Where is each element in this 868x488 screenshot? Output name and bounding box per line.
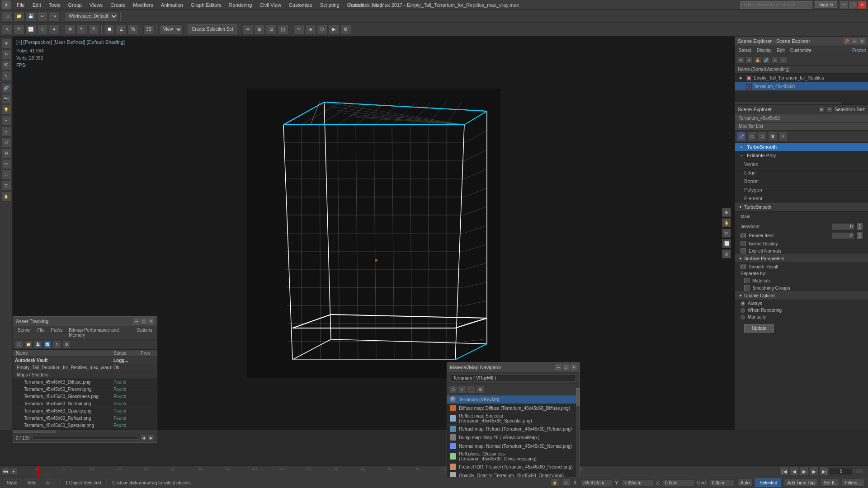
select-name-btn[interactable]: H xyxy=(14,24,24,34)
lt-helper-btn[interactable]: + xyxy=(1,116,11,126)
tl-prev-btn[interactable]: ◀◀ xyxy=(2,468,9,475)
prev-frame-btn[interactable]: ◀ xyxy=(790,467,799,476)
lt-link-btn[interactable]: 🔗 xyxy=(1,83,11,93)
timeline-playhead[interactable] xyxy=(38,466,39,477)
asset-menu-bitmap[interactable]: Bitmap Performance and Memory xyxy=(66,327,133,338)
scene-explorer-min-btn[interactable]: ─ xyxy=(851,38,858,44)
menu-file[interactable]: File xyxy=(13,1,28,9)
asset-close-btn[interactable]: ✕ xyxy=(148,318,154,324)
scene-explorer-close-btn[interactable]: ✕ xyxy=(859,38,865,44)
array-btn[interactable]: ⊡ xyxy=(266,24,277,34)
asset-row-opacity[interactable]: Terrarium_45x45x60_Opacity.png Found xyxy=(13,408,157,415)
mirror-btn[interactable]: ⇔ xyxy=(242,24,253,34)
asset-menu-paths[interactable]: Paths xyxy=(48,327,66,338)
asset-menu-options[interactable]: Options xyxy=(134,327,155,338)
timeline-track[interactable]: 0 5 10 15 20 25 30 35 40 45 50 55 60 65 … xyxy=(36,466,778,477)
material-editor-btn[interactable]: ⬡ xyxy=(317,24,328,34)
go-start-btn[interactable]: |◀ xyxy=(780,467,789,476)
search-input[interactable] xyxy=(740,1,812,9)
materials-checkbox[interactable] xyxy=(744,278,750,283)
mat-nav-min-btn[interactable]: ─ xyxy=(555,364,561,371)
si-expand-btn[interactable]: + xyxy=(771,56,778,64)
mat-row-vrayml[interactable]: Terrarium (VRayMtl) xyxy=(447,395,580,404)
3d-snap-btn[interactable]: 3S xyxy=(143,24,154,34)
sets-label[interactable]: Sets xyxy=(24,479,39,486)
lt-particles-btn[interactable]: ∴ xyxy=(1,170,11,180)
state-label[interactable]: State xyxy=(4,479,20,486)
asset-row-diffuse[interactable]: Terrarium_45x45x60_Diffuse.png Found xyxy=(13,379,157,386)
menu-create[interactable]: Create xyxy=(107,1,129,9)
rect-select-btn[interactable]: ⬜ xyxy=(25,24,36,34)
menu-animation[interactable]: Animation xyxy=(157,1,187,9)
maximize-button[interactable]: □ xyxy=(849,1,857,9)
asset-active-btn[interactable]: 🔄 xyxy=(43,340,52,348)
mat-row-normal[interactable]: Normal map: Normal (Terrarium_45x45x60_N… xyxy=(447,442,580,450)
update-options-header[interactable]: ▼ Update Options xyxy=(735,291,868,300)
scene-explorer-pin-btn[interactable]: 📌 xyxy=(844,38,850,44)
render-iters-input[interactable] xyxy=(832,232,854,239)
mat-nav-close-btn[interactable]: ✕ xyxy=(571,364,577,371)
asset-tracking-titlebar[interactable]: Asset Tracking ─ □ ✕ xyxy=(13,317,157,326)
render-settings-btn[interactable]: ⚙ xyxy=(340,24,351,34)
asset-menu-file[interactable]: File xyxy=(34,327,47,338)
menu-tools[interactable]: Tools xyxy=(45,1,64,9)
lt-space-warp-btn[interactable]: 〜 xyxy=(1,159,11,169)
view-dropdown[interactable]: View xyxy=(159,24,183,34)
asset-row-specular[interactable]: Terrarium_45x45x60_Specular.png Found xyxy=(13,422,157,429)
move-btn[interactable]: ✥ xyxy=(65,24,75,34)
si-lock-btn[interactable]: 🔒 xyxy=(754,56,761,64)
vp-zoom-btn[interactable]: ⊕ xyxy=(722,208,731,217)
close-button[interactable]: ✕ xyxy=(858,1,866,9)
mat-nav-settings-btn[interactable]: ⚙ xyxy=(476,385,484,394)
open-button[interactable]: 📁 xyxy=(14,11,24,21)
mat-row-bump[interactable]: Bump map: Map #6 ( VRayNormalMap ) xyxy=(447,433,580,442)
menu-civil-view[interactable]: Civil View xyxy=(256,1,284,9)
asset-row-fresnel[interactable]: Terrarium_45x45x60_Fresnel.png Found xyxy=(13,386,157,393)
scene-item-terrarium-group[interactable]: ▶ ▣ Empty_Tall_Terrarium_for_Reptiles xyxy=(735,74,868,82)
mat-row-diffuse[interactable]: Diffuse map: Diffuse (Terrarium_45x45x60… xyxy=(447,404,580,413)
asset-settings-btn[interactable]: ⚙ xyxy=(62,340,71,348)
mat-nav-search-input[interactable] xyxy=(451,374,576,382)
mat-row-fresnel[interactable]: Fresnel IOR: Fresnel (Terrarium_45x45x60… xyxy=(447,463,580,471)
manually-radio[interactable] xyxy=(741,315,745,319)
mat-row-reflect[interactable]: Reflect map: Specular (Terrarium_45x45x6… xyxy=(447,413,580,425)
new-button[interactable]: □ xyxy=(2,11,13,21)
menu-views[interactable]: Views xyxy=(86,1,106,9)
mod-lock-btn[interactable]: 📌 xyxy=(737,132,746,141)
si-collapse-btn[interactable]: - xyxy=(780,56,787,64)
minimize-button[interactable]: ─ xyxy=(840,1,848,9)
modifier-element[interactable]: Element xyxy=(735,194,868,203)
menu-modifiers[interactable]: Modifiers xyxy=(129,1,157,9)
lt-systems-btn[interactable]: ⚙ xyxy=(1,148,11,158)
modifier-border[interactable]: Border xyxy=(735,177,868,186)
update-button[interactable]: Update xyxy=(744,324,774,333)
lt-camera-btn[interactable]: 📷 xyxy=(1,94,11,104)
menu-edit[interactable]: Edit xyxy=(29,1,45,9)
rotate-btn[interactable]: ↻ xyxy=(76,24,87,34)
iterations-up[interactable]: ▲ xyxy=(857,223,863,226)
mod-wire-btn[interactable]: □ xyxy=(758,132,767,141)
align-btn[interactable]: ⊞ xyxy=(254,24,265,34)
progress-prev-btn[interactable]: ◀ xyxy=(141,435,147,441)
lt-scale-btn[interactable]: ⇱ xyxy=(1,60,11,70)
asset-min-btn[interactable]: ─ xyxy=(133,318,140,324)
selection-set-list-btn[interactable]: ≡ xyxy=(826,106,833,113)
asset-open-btn[interactable]: 📁 xyxy=(24,340,33,348)
percent-snap-btn[interactable]: % xyxy=(127,24,138,34)
scale-btn[interactable]: ⇱ xyxy=(88,24,99,34)
y-coord[interactable] xyxy=(622,479,653,486)
mat-nav-large-btn[interactable]: ⬛ xyxy=(467,385,475,394)
asset-row-maps-folder[interactable]: Maps / Shaders xyxy=(13,371,157,379)
si-filter-btn[interactable]: ▾ xyxy=(745,56,753,64)
mat-nav-sphere-btn[interactable]: ⬡ xyxy=(449,385,457,394)
play-btn[interactable]: ▶ xyxy=(800,467,809,476)
mat-row-opacity[interactable]: Opacity: Opacity (Terrarium_45x45x60_Opa… xyxy=(447,471,580,477)
select-obj-btn[interactable]: ↖ xyxy=(2,24,13,34)
scene-menu-select[interactable]: Select xyxy=(737,47,753,53)
menu-group[interactable]: Group xyxy=(64,1,85,9)
selection-set-icon-btn[interactable]: ◈ xyxy=(818,106,825,113)
scene-item-terrarium-mesh[interactable]: ⬡ Terrarium_45x45x60 xyxy=(735,82,868,91)
mat-nav-list-btn[interactable]: ≡ xyxy=(458,385,466,394)
render-btn[interactable]: ▶ xyxy=(329,24,340,34)
grid-value[interactable] xyxy=(710,479,735,486)
